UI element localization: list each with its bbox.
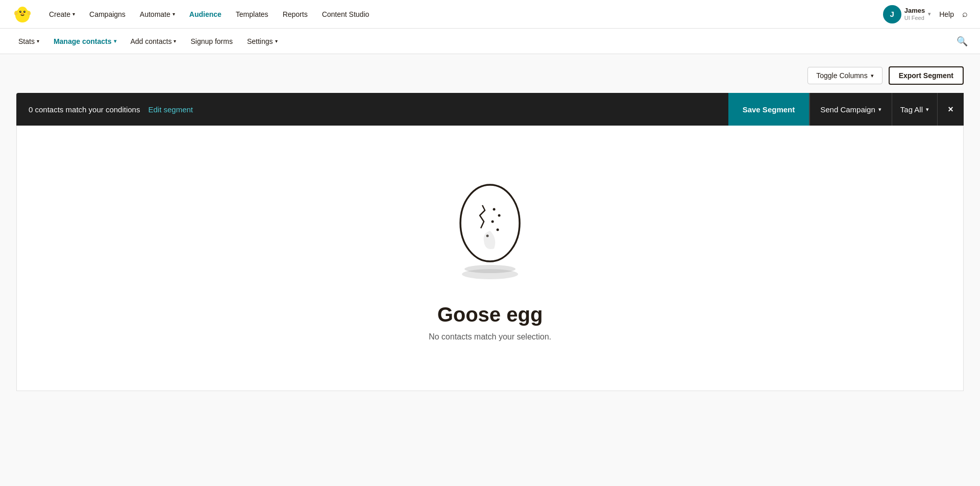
save-segment-button[interactable]: Save Segment [728, 93, 810, 126]
svg-point-14 [493, 208, 496, 211]
close-segment-button[interactable]: × [937, 93, 964, 126]
nav-item-create[interactable]: Create ▾ [43, 6, 81, 22]
tag-all-chevron-icon: ▾ [926, 106, 929, 113]
nav-item-content-studio[interactable]: Content Studio [316, 6, 376, 22]
segment-count-text: 0 contacts match your conditions [29, 105, 140, 114]
svg-point-19 [464, 265, 516, 273]
user-subtitle: UI Feed [904, 15, 925, 21]
subnav-item-add-contacts[interactable]: Add contacts ▾ [125, 33, 183, 50]
svg-point-1 [17, 7, 28, 18]
segment-bar-left: 0 contacts match your conditions Edit se… [16, 93, 728, 126]
subnav-item-settings[interactable]: Settings ▾ [241, 33, 284, 50]
nav-items: Create ▾ Campaigns Automate ▾ Audience T… [43, 6, 883, 22]
automate-chevron-icon: ▾ [173, 11, 175, 17]
subnav-search-icon[interactable]: 🔍 [957, 36, 968, 47]
edit-segment-link[interactable]: Edit segment [148, 105, 193, 114]
mailchimp-logo[interactable] [12, 4, 33, 25]
subnav-item-manage-contacts[interactable]: Manage contacts ▾ [47, 33, 122, 50]
svg-point-4 [20, 11, 21, 11]
svg-point-12 [460, 185, 520, 261]
subnav-item-signup-forms[interactable]: Signup forms [184, 33, 238, 50]
settings-chevron-icon: ▾ [275, 38, 278, 44]
search-icon[interactable]: ⌕ [962, 9, 968, 19]
nav-item-automate[interactable]: Automate ▾ [134, 6, 181, 22]
svg-point-5 [24, 11, 25, 11]
svg-point-15 [498, 214, 501, 217]
subnav-item-stats[interactable]: Stats ▾ [12, 33, 45, 50]
nav-item-campaigns[interactable]: Campaigns [83, 6, 132, 22]
user-chevron-icon: ▾ [928, 11, 931, 17]
avatar: J [883, 5, 901, 23]
goose-egg-title: Goose egg [437, 303, 543, 326]
main-content: Toggle Columns ▾ Export Segment 0 contac… [0, 54, 980, 403]
add-contacts-chevron-icon: ▾ [174, 38, 176, 44]
nav-item-reports[interactable]: Reports [277, 6, 314, 22]
segment-bar-actions: Save Segment Send Campaign ▾ Tag All ▾ × [728, 93, 964, 126]
sub-navigation: Stats ▾ Manage contacts ▾ Add contacts ▾… [0, 29, 980, 54]
svg-point-3 [23, 11, 26, 13]
tag-all-button[interactable]: Tag All ▾ [892, 93, 937, 126]
top-navigation: Create ▾ Campaigns Automate ▾ Audience T… [0, 0, 980, 29]
no-contacts-text: No contacts match your selection. [429, 332, 551, 342]
user-profile-button[interactable]: J James UI Feed ▾ [883, 5, 931, 23]
empty-state-container: Goose egg No contacts match your selecti… [16, 126, 964, 391]
svg-point-8 [15, 11, 18, 15]
help-link[interactable]: Help [939, 10, 954, 18]
manage-contacts-chevron-icon: ▾ [114, 38, 116, 44]
svg-point-2 [19, 11, 21, 13]
segment-bar: 0 contacts match your conditions Edit se… [16, 93, 964, 126]
nav-right: J James UI Feed ▾ Help ⌕ [883, 5, 968, 23]
user-text: James UI Feed [904, 7, 925, 21]
stats-chevron-icon: ▾ [37, 38, 39, 44]
svg-point-17 [497, 229, 499, 231]
create-chevron-icon: ▾ [72, 11, 75, 17]
user-name: James [904, 7, 925, 15]
toggle-columns-button[interactable]: Toggle Columns ▾ [807, 67, 882, 84]
svg-point-10 [28, 11, 30, 15]
svg-point-16 [492, 221, 494, 223]
nav-item-audience[interactable]: Audience [183, 6, 228, 22]
export-segment-button[interactable]: Export Segment [889, 66, 964, 85]
goose-egg-illustration [439, 164, 541, 287]
nav-item-templates[interactable]: Templates [230, 6, 275, 22]
send-campaign-button[interactable]: Send Campaign ▾ [810, 93, 892, 126]
toolbar-row: Toggle Columns ▾ Export Segment [16, 66, 964, 85]
send-campaign-chevron-icon: ▾ [878, 106, 881, 113]
svg-point-6 [21, 13, 24, 15]
toggle-columns-chevron-icon: ▾ [871, 72, 874, 79]
